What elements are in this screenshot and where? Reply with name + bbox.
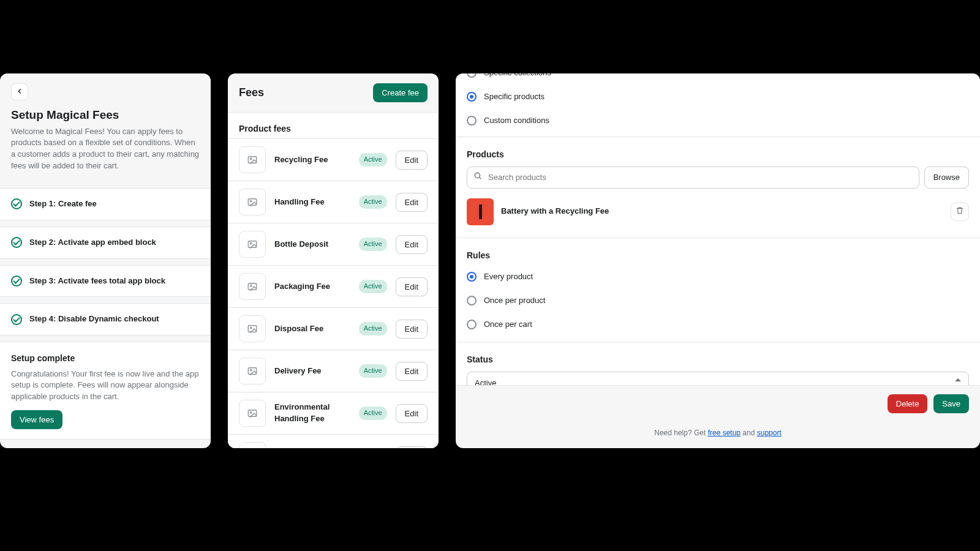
status-heading: Status <box>456 346 980 369</box>
fee-row: Delivery FeeActiveEdit <box>228 350 439 392</box>
delete-button[interactable]: Delete <box>888 394 928 413</box>
fee-name: Handling Fee <box>274 197 350 208</box>
setup-complete-card: Setup complete Congratulations! Your fir… <box>0 342 211 440</box>
status-badge: Active <box>359 195 387 209</box>
status-badge: Active <box>359 238 387 251</box>
step-label: Step 4: Disable Dynamic checkout <box>29 313 159 325</box>
product-name: Battery with a Recycling Fee <box>501 206 943 217</box>
edit-fee-button[interactable]: Edit <box>396 151 428 170</box>
fee-list: Recycling FeeActiveEditHandling FeeActiv… <box>228 138 439 448</box>
free-setup-link[interactable]: free setup <box>708 429 741 437</box>
search-products-input-wrap[interactable] <box>467 167 919 189</box>
status-badge: Active <box>359 407 387 420</box>
product-thumbnail <box>467 198 494 225</box>
radio-label: Specific products <box>484 91 545 103</box>
remove-product-button[interactable] <box>951 203 969 221</box>
fee-row: Packaging FeeActiveEdit <box>228 265 439 307</box>
step-4[interactable]: Step 4: Disable Dynamic checkout <box>0 303 211 335</box>
svg-point-5 <box>251 243 252 244</box>
step-1[interactable]: Step 1: Create fee <box>0 188 211 220</box>
step-2[interactable]: Step 2: Activate app embed block <box>0 227 211 259</box>
products-heading: Products <box>456 141 980 164</box>
rule-once-per-product[interactable]: Once per product <box>456 289 980 313</box>
select-chevron-icon <box>955 378 961 384</box>
status-badge: Active <box>359 280 387 293</box>
fee-name: Bottle Deposit <box>274 239 350 250</box>
svg-point-3 <box>251 201 252 202</box>
fee-name: Environmental Handling Fee <box>274 402 350 425</box>
edit-fee-button[interactable]: Edit <box>396 404 428 423</box>
radio-label: Once per product <box>484 295 545 307</box>
edit-fee-button[interactable]: Edit <box>396 235 428 254</box>
edit-fee-button[interactable]: Edit <box>396 320 428 339</box>
svg-point-16 <box>475 173 480 178</box>
help-footer: Need help? Get free setup and support <box>456 422 980 448</box>
fee-row: Disposal FeeActiveEdit <box>228 307 439 350</box>
condition-specific-collections[interactable]: Specific collections <box>456 73 980 85</box>
step-3[interactable]: Step 3: Activate fees total app block <box>0 265 211 298</box>
action-bar: Delete Save <box>456 385 980 422</box>
help-footer: Need help? Get free setup and support <box>0 440 211 448</box>
svg-point-9 <box>251 328 252 329</box>
create-fee-button[interactable]: Create fee <box>373 83 428 102</box>
radio-icon <box>467 320 477 329</box>
setup-panel: Setup Magical Fees Welcome to Magical Fe… <box>0 73 211 448</box>
setup-intro: Welcome to Magical Fees! You can apply f… <box>11 126 200 172</box>
search-icon <box>473 171 482 184</box>
save-button[interactable]: Save <box>933 394 969 413</box>
image-placeholder-icon <box>239 189 266 216</box>
fee-name: Packaging Fee <box>274 281 350 293</box>
fee-name: Disposal Fee <box>274 323 350 335</box>
support-link[interactable]: support <box>757 429 782 437</box>
check-circle-icon <box>11 198 22 209</box>
condition-custom-conditions[interactable]: Custom conditions <box>456 109 980 133</box>
fee-name: Delivery Fee <box>274 365 350 377</box>
rule-once-per-cart[interactable]: Once per cart <box>456 313 980 337</box>
status-badge: Active <box>359 322 387 335</box>
help-text: and <box>741 429 757 437</box>
status-select[interactable]: Active <box>467 372 969 385</box>
browse-button[interactable]: Browse <box>924 167 969 189</box>
radio-icon <box>467 92 477 102</box>
search-products-input[interactable] <box>487 172 913 182</box>
image-placeholder-icon <box>239 358 266 384</box>
edit-fee-panel: Specific collections Specific products C… <box>456 73 980 448</box>
radio-icon <box>467 272 477 282</box>
rule-every-product[interactable]: Every product <box>456 265 980 289</box>
check-circle-icon <box>11 276 22 287</box>
step-label: Step 1: Create fee <box>29 198 97 210</box>
image-placeholder-icon <box>239 315 266 342</box>
setup-complete-heading: Setup complete <box>11 352 200 364</box>
check-circle-icon <box>11 314 22 325</box>
image-placeholder-icon <box>239 442 266 448</box>
edit-fee-button[interactable]: Edit <box>396 277 428 296</box>
setup-complete-body: Congratulations! Your first fee is now l… <box>11 369 200 403</box>
fee-row: Bottle DepositActiveEdit <box>228 223 439 265</box>
radio-label: Specific collections <box>484 73 551 79</box>
svg-point-7 <box>251 285 252 287</box>
status-badge: Active <box>359 364 387 378</box>
edit-fee-button[interactable]: Edit <box>396 362 428 381</box>
status-badge: Active <box>359 153 387 167</box>
edit-fee-button[interactable]: Edit <box>396 446 428 448</box>
selected-product-row: Battery with a Recycling Fee <box>456 195 980 233</box>
condition-specific-products[interactable]: Specific products <box>456 85 980 109</box>
rules-heading: Rules <box>456 242 980 265</box>
radio-label: Every product <box>484 271 533 283</box>
fee-row: Setup FeeActiveEdit <box>228 434 439 448</box>
edit-fee-button[interactable]: Edit <box>396 193 428 212</box>
product-fees-heading: Product fees <box>228 112 439 138</box>
fee-row: Recycling FeeActiveEdit <box>228 138 439 181</box>
radio-icon <box>467 296 477 305</box>
back-button[interactable] <box>11 83 28 100</box>
fees-title: Fees <box>239 84 264 100</box>
trash-icon <box>956 206 964 217</box>
fee-name: Recycling Fee <box>274 154 350 166</box>
status-value: Active <box>475 378 496 385</box>
step-label: Step 3: Activate fees total app block <box>29 276 165 287</box>
step-label: Step 2: Activate app embed block <box>29 237 156 249</box>
svg-point-11 <box>251 370 252 371</box>
fee-row: Environmental Handling FeeActiveEdit <box>228 392 439 434</box>
view-fees-button[interactable]: View fees <box>11 410 62 429</box>
image-placeholder-icon <box>239 231 266 258</box>
